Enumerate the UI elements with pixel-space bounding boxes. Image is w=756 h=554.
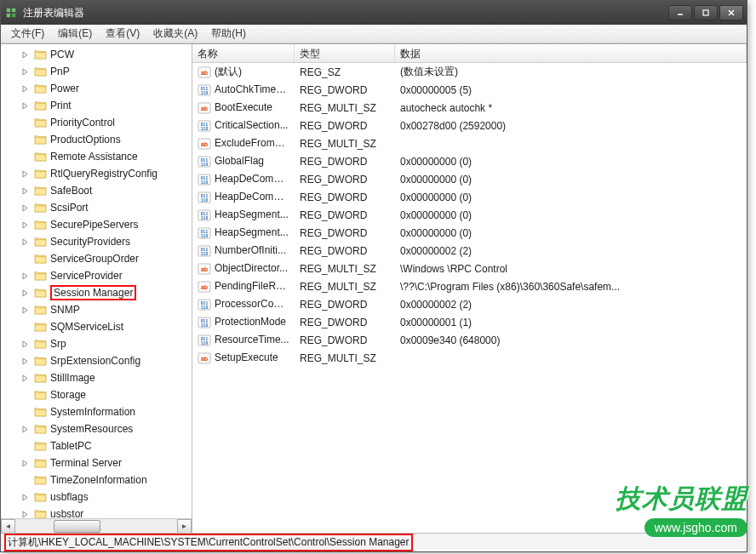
registry-value-row[interactable]: 011110HeapSegment...REG_DWORD0x00000000 … [192,206,747,224]
close-button[interactable] [719,5,743,20]
scrollbar-right-button[interactable]: ► [177,519,192,534]
tree-item[interactable]: SNMP [1,301,192,318]
value-name-cell: abPendingFileRe... [192,280,295,294]
tree-expand-icon[interactable] [20,305,30,315]
tree-item-label: SQMServiceList [50,321,123,333]
string-value-icon: ab [198,101,211,115]
registry-value-row[interactable]: 011110ResourceTime...REG_DWORD0x0009e340… [192,331,747,349]
value-name-cell: 011110CriticalSection... [192,119,295,133]
tree-expand-icon[interactable] [20,492,30,502]
titlebar[interactable]: 注册表编辑器 [1,1,747,25]
value-data-cell: 0x00000000 (0) [395,209,747,221]
tree-item[interactable]: SQMServiceList [1,318,192,335]
tree-expand-icon[interactable] [20,237,30,247]
tree-item[interactable]: ScsiPort [1,199,192,216]
registry-value-row[interactable]: ab(默认)REG_SZ(数值未设置) [192,63,747,81]
registry-value-row[interactable]: 011110ProcessorCont...REG_DWORD0x0000000… [192,295,747,313]
scrollbar-left-button[interactable]: ◄ [1,519,15,534]
registry-value-row[interactable]: 011110GlobalFlagREG_DWORD0x00000000 (0) [192,152,747,170]
tree-item[interactable]: ServiceGroupOrder [1,250,192,267]
tree-expand-icon[interactable] [20,339,30,349]
tree-item[interactable]: Remote Assistance [1,148,192,165]
registry-value-row[interactable]: 011110ProtectionModeREG_DWORD0x00000001 … [192,313,747,331]
tree-item[interactable]: Storage [1,386,192,403]
registry-value-row[interactable]: 011110HeapDeComm...REG_DWORD0x00000000 (… [192,170,747,188]
tree-expand-icon[interactable] [20,458,30,468]
menu-favorites[interactable]: 收藏夹(A) [146,25,204,43]
tree-expand-icon[interactable] [20,356,30,366]
tree-expand-icon[interactable] [20,271,30,281]
tree-item[interactable]: Power [1,80,192,97]
tree-item[interactable]: ServiceProvider [1,267,192,284]
column-header-name[interactable]: 名称 [192,44,295,62]
registry-value-row[interactable]: abPendingFileRe...REG_MULTI_SZ\??\C:\Pro… [192,277,747,295]
folder-icon [33,457,47,469]
folder-icon [33,253,47,265]
tree-item[interactable]: Srp [1,335,192,352]
tree-item[interactable]: RtlQueryRegistryConfig [1,165,192,182]
tree-expand-icon[interactable] [20,186,30,196]
registry-value-row[interactable]: 011110NumberOfIniti...REG_DWORD0x0000000… [192,242,747,260]
tree-expand-icon[interactable] [20,373,30,383]
tree-expand-icon[interactable] [20,100,30,111]
tree-item-label: Remote Assistance [50,151,138,163]
svg-text:110: 110 [201,197,209,203]
tree-item[interactable]: Print [1,97,192,114]
minimize-button[interactable] [668,5,692,20]
statusbar: 计算机\HKEY_LOCAL_MACHINE\SYSTEM\CurrentCon… [1,533,747,551]
values-panel: 名称 类型 数据 ab(默认)REG_SZ(数值未设置)011110AutoCh… [192,44,747,533]
tree-expand-icon[interactable] [20,83,30,94]
tree-item[interactable]: usbflags [1,488,192,505]
value-type-cell: REG_DWORD [295,191,395,203]
tree-item[interactable]: SecurePipeServers [1,216,192,233]
tree-item[interactable]: PnP [1,63,192,80]
scrollbar-track[interactable] [15,519,177,534]
tree-expand-icon[interactable] [20,424,30,434]
folder-icon [33,66,47,77]
registry-value-row[interactable]: abExcludeFromK...REG_MULTI_SZ [192,134,747,152]
tree-item[interactable]: TimeZoneInformation [1,471,192,488]
tree-expand-icon[interactable] [20,220,30,230]
tree-item[interactable]: StillImage [1,369,192,386]
menu-edit[interactable]: 编辑(E) [51,25,99,43]
registry-value-row[interactable]: 011110HeapSegment...REG_DWORD0x00000000 … [192,224,747,242]
tree-horizontal-scrollbar[interactable]: ◄ ► [1,518,192,533]
tree-expand-icon[interactable] [20,168,30,179]
column-header-type[interactable]: 类型 [295,44,395,62]
value-type-cell: REG_DWORD [295,317,395,328]
menu-file[interactable]: 文件(F) [4,25,51,43]
tree-item-label: PnP [50,66,70,77]
tree-item[interactable]: ProductOptions [1,131,192,148]
folder-icon [33,423,47,435]
tree-item[interactable]: PriorityControl [1,114,192,131]
registry-value-row[interactable]: abSetupExecuteREG_MULTI_SZ [192,349,747,367]
menu-help[interactable]: 帮助(H) [204,25,253,43]
list-body[interactable]: ab(默认)REG_SZ(数值未设置)011110AutoChkTimeoutR… [192,63,747,533]
scrollbar-thumb[interactable] [54,520,100,533]
maximize-button[interactable] [694,5,718,20]
tree-expand-icon [20,390,30,400]
tree-item[interactable]: SafeBoot [1,182,192,199]
tree-expand-icon[interactable] [20,66,30,77]
tree-expand-icon[interactable] [20,203,30,213]
column-header-data[interactable]: 数据 [395,44,747,62]
tree-item[interactable]: TabletPC [1,437,192,454]
tree-item[interactable]: SrpExtensionConfig [1,352,192,369]
tree-item[interactable]: Terminal Server [1,454,192,471]
registry-value-row[interactable]: 011110CriticalSection...REG_DWORD0x00278… [192,117,747,134]
tree-item-label: RtlQueryRegistryConfig [50,168,158,180]
registry-value-row[interactable]: abObjectDirector...REG_MULTI_SZ\Windows … [192,260,747,277]
tree-panel[interactable]: PCWPnPPowerPrintPriorityControlProductOp… [1,44,192,533]
tree-expand-icon[interactable] [20,49,30,60]
tree-item[interactable]: SystemResources [1,420,192,437]
tree-expand-icon[interactable] [20,288,30,298]
tree-item[interactable]: PCW [1,46,192,63]
registry-value-row[interactable]: 011110AutoChkTimeoutREG_DWORD0x00000005 … [192,81,747,99]
tree-item[interactable]: SystemInformation [1,403,192,420]
tree-item[interactable]: Session Manager [1,284,192,301]
registry-value-row[interactable]: abBootExecuteREG_MULTI_SZautocheck autoc… [192,99,747,117]
tree-expand-icon [20,441,30,451]
registry-value-row[interactable]: 011110HeapDeComm...REG_DWORD0x00000000 (… [192,188,747,206]
menu-view[interactable]: 查看(V) [99,25,146,43]
tree-item[interactable]: SecurityProviders [1,233,192,250]
